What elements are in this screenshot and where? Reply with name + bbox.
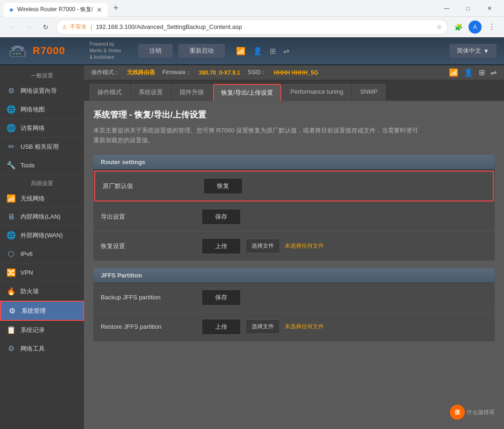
window-controls: — □ ✕ [436, 0, 500, 17]
watermark-site: 什么值得买 [467, 408, 495, 416]
sidebar-label-wan: 外部网络(WAN) [21, 231, 63, 240]
mode-value: 无线路由器 [127, 69, 155, 76]
sidebar-item-network-map[interactable]: 🌐 网络地图 [0, 100, 84, 119]
watermark: 值 什么值得买 [450, 405, 495, 420]
svg-point-2 [13, 53, 15, 55]
tools-icon: 🔧 [7, 161, 16, 170]
usb-apps-icon: ✏ [7, 142, 16, 151]
tab-close-button[interactable]: ✕ [97, 6, 102, 14]
advanced-section-label: 高级设置 [0, 175, 84, 189]
header-nav-buttons: 注销 重新启动 [138, 44, 225, 58]
tab-performance[interactable]: Performance tuning [282, 84, 351, 101]
tab-backup-restore[interactable]: 恢复/导出/上传设置 [213, 84, 281, 101]
restore-settings-label: 恢复设置 [101, 242, 194, 250]
profile-button[interactable]: A [469, 21, 482, 34]
sidebar-item-guest-network[interactable]: 🌐 访客网络 [0, 119, 84, 138]
sidebar-label-admin: 系统管理 [21, 307, 46, 315]
sidebar-item-admin[interactable]: ⚙ 系统管理 [0, 301, 84, 321]
address-bar[interactable]: ⚠ 不安全 | 192.168.3.100/Advanced_SettingBa… [56, 20, 448, 35]
sidebar-label-guest-network: 访客网络 [21, 124, 45, 132]
sidebar-label-syslog: 系统记录 [21, 326, 45, 334]
restore-upload-button[interactable]: 上传 [202, 238, 241, 254]
ssid-label: SSID： [248, 69, 266, 76]
ipv6-icon: ⬡ [7, 249, 16, 258]
restart-button[interactable]: 重新启动 [178, 44, 225, 58]
browser-tab[interactable]: ◉ Wireless Router R7000 - 恢复/ ✕ [4, 3, 108, 17]
bookmark-icon[interactable]: ☆ [436, 23, 442, 30]
wifi-status-icon: 📶 [449, 68, 458, 77]
wireless-icon: 📶 [7, 194, 16, 203]
tab-system-settings[interactable]: 系统设置 [131, 84, 171, 101]
syslog-icon: 📋 [7, 325, 16, 334]
language-button[interactable]: 简体中文 ▼ [449, 44, 497, 58]
logout-button[interactable]: 注销 [138, 44, 173, 58]
browser-addressbar: ← → ↻ ⚠ 不安全 | 192.168.3.100/Advanced_Set… [0, 17, 504, 37]
forward-button[interactable]: → [22, 21, 35, 34]
router-ui: R7000 Powered by Merlin & Vortex & kools… [0, 37, 504, 429]
jffs-file-button[interactable]: 选择文件 [245, 319, 280, 334]
page-title: 系统管理 - 恢复/导出/上传设置 [93, 109, 495, 120]
export-settings-controls: 保存 [202, 209, 241, 225]
sidebar-item-firewall[interactable]: 🔥 防火墙 [0, 282, 84, 301]
vpn-icon: 🔀 [7, 268, 16, 277]
router-logo: R7000 [7, 42, 82, 60]
sidebar-label-network-map: 网络地图 [21, 105, 45, 114]
sidebar-item-network-tools[interactable]: ⚙ 网络工具 [0, 339, 84, 358]
jffs-section: JFFS Partition Backup JFFS partition 保存 … [93, 268, 495, 341]
copy-icon: ⊞ [270, 47, 276, 55]
svg-point-3 [16, 53, 18, 55]
firewall-icon: 🔥 [7, 287, 16, 296]
factory-reset-controls: 恢复 [203, 178, 243, 194]
url-text: 192.168.3.100/Advanced_SettingBackup_Con… [96, 23, 242, 30]
browser-menu-button[interactable]: ⋮ [485, 21, 498, 34]
restore-jffs-row: Restore JFFS partition 上传 选择文件 未选择任何文件 [93, 312, 495, 341]
router-header: R7000 Powered by Merlin & Vortex & kools… [0, 37, 504, 65]
tab-snmp[interactable]: SNMP [352, 84, 386, 101]
firmware-value: 380.70_0-X7.9.1 [199, 69, 240, 76]
tab-firmware-upgrade[interactable]: 固件升级 [172, 84, 212, 101]
export-settings-row: 导出设置 保存 [93, 202, 495, 232]
firmware-label: Firmware： [162, 69, 191, 76]
restore-file-button[interactable]: 选择文件 [245, 239, 280, 253]
restore-settings-row: 恢复设置 上传 选择文件 未选择任何文件 [93, 232, 495, 261]
copy-status-icon: ⊞ [479, 68, 485, 77]
sidebar-item-vpn[interactable]: 🔀 VPN [0, 263, 84, 282]
page-description: 本页主要提供关于系统设置值的管理。您可将 R7000 设置恢复为原厂默认值，或者… [93, 126, 420, 145]
new-tab-button[interactable]: + [110, 1, 122, 15]
ssid-value: HHHH HHHH_5G [274, 69, 318, 76]
powered-by-text: Powered by Merlin & Vortex & koolshare [90, 41, 121, 61]
sidebar-item-usb-apps[interactable]: ✏ USB 相关应用 [0, 138, 84, 156]
svg-point-4 [19, 53, 21, 55]
close-button[interactable]: ✕ [479, 0, 500, 17]
router-main: 一般设置 ⚙ 网络设置向导 🌐 网络地图 🌐 访客网络 ✏ USB 相关应用 🔧… [0, 65, 504, 429]
sidebar-item-syslog[interactable]: 📋 系统记录 [0, 321, 84, 339]
backup-jffs-button[interactable]: 保存 [202, 290, 241, 305]
restore-jffs-button[interactable]: 上传 [202, 319, 241, 335]
tab-operation-mode[interactable]: 操作模式 [90, 84, 130, 101]
back-button[interactable]: ← [6, 21, 19, 34]
export-settings-button[interactable]: 保存 [202, 209, 241, 225]
restore-no-file-text: 未选择任何文件 [285, 242, 324, 250]
network-tools-icon: ⚙ [7, 344, 16, 353]
sidebar-item-wan[interactable]: 🌐 外部网络(WAN) [0, 226, 84, 245]
jffs-no-file-text: 未选择任何文件 [285, 323, 324, 331]
restore-jffs-label: Restore JFFS partition [101, 323, 194, 330]
maximize-button[interactable]: □ [457, 0, 479, 17]
sidebar-item-wireless[interactable]: 📶 无线网络 [0, 189, 84, 208]
sidebar-item-setup-wizard[interactable]: ⚙ 网络设置向导 [0, 82, 84, 100]
factory-reset-button[interactable]: 恢复 [203, 178, 243, 194]
backup-jffs-controls: 保存 [202, 290, 241, 305]
router-model: R7000 [33, 45, 65, 57]
restore-settings-controls: 上传 选择文件 未选择任何文件 [202, 238, 324, 254]
sidebar-label-network-tools: 网络工具 [21, 345, 45, 353]
extensions-button[interactable]: 🧩 [452, 21, 465, 34]
sidebar-item-lan[interactable]: 🖥 内部网络(LAN) [0, 208, 84, 226]
sidebar-item-ipv6[interactable]: ⬡ IPv6 [0, 245, 84, 263]
tab-title: Wireless Router R7000 - 恢复/ [17, 6, 93, 14]
usb-status-icon: ⇌ [490, 68, 497, 77]
minimize-button[interactable]: — [436, 0, 457, 17]
general-section-label: 一般设置 [0, 67, 84, 82]
sidebar-item-tools[interactable]: 🔧 Tools [0, 156, 84, 175]
refresh-button[interactable]: ↻ [39, 21, 52, 34]
jffs-section-header: JFFS Partition [93, 268, 495, 283]
